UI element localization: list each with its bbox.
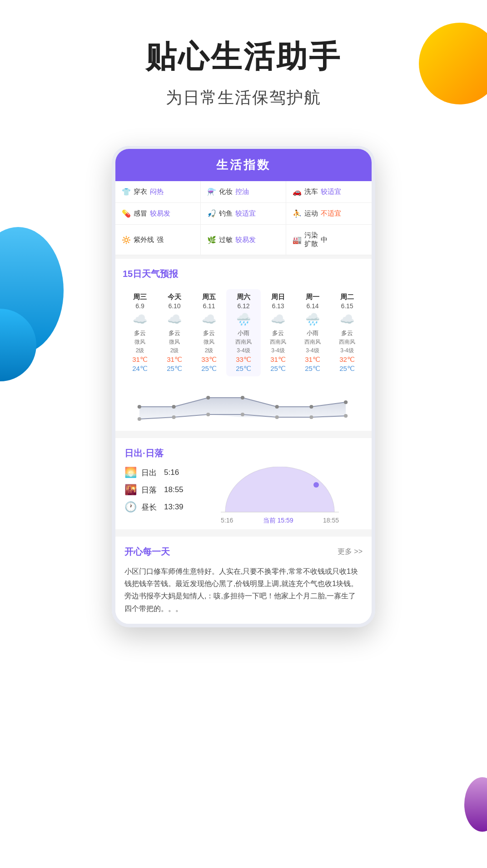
sunrise-time: 5:16	[164, 468, 179, 477]
index-item-sport: ⛹️ 运动 不适宜	[286, 203, 372, 225]
day3-high: 33℃	[201, 355, 217, 364]
allergy-content: 过敏 较易发	[219, 236, 256, 244]
uv-value: 强	[157, 236, 164, 244]
happy-section: 开心每一天 更多 >> 小区门口修车师傅生意特好。人实在,只要不换零件,常常不收…	[115, 533, 372, 624]
day1-name: 周三	[133, 293, 147, 301]
day4-level: 3-4级	[237, 347, 250, 355]
uv-icon: 🔆	[122, 236, 131, 244]
forecast-day-3: 周五 6.11 ☁️ 多云 微风 2级 33℃ 25℃	[192, 289, 226, 376]
clothing-icon: 👕	[122, 187, 131, 196]
happy-header: 开心每一天 更多 >>	[124, 546, 363, 558]
phone-mockup: 生活指数 👕 穿衣 闷热 ⚗️ 化妆	[112, 145, 375, 627]
allergy-value: 较易发	[235, 236, 256, 244]
makeup-label: 化妆	[219, 187, 233, 196]
day6-name: 周一	[306, 293, 319, 301]
day3-date: 6.11	[203, 302, 215, 310]
day1-level: 2级	[136, 347, 144, 355]
uv-content: 紫外线 强	[134, 236, 164, 244]
day2-low: 25℃	[167, 365, 182, 373]
day6-low: 25℃	[305, 365, 320, 373]
day7-name: 周二	[340, 293, 354, 301]
index-item-uv: 🔆 紫外线 强	[115, 225, 201, 255]
clothing-label: 穿衣	[134, 187, 147, 196]
day1-wind: 微风	[134, 338, 145, 346]
clothing-value: 闷热	[150, 187, 164, 196]
fishing-content: 钓鱼 较适宜	[219, 209, 256, 218]
fishing-icon: 🎣	[207, 209, 216, 218]
forecast-day-6: 周一 6.14 🌧️ 小雨 西南风 3-4级 31℃ 25℃	[295, 289, 330, 376]
day4-weather: 小雨	[238, 329, 249, 337]
more-link[interactable]: 更多 >>	[338, 547, 363, 557]
sun-section-title: 日出·日落	[124, 447, 363, 459]
sunrise-icon: 🌅	[124, 467, 137, 478]
day3-weather: 多云	[203, 329, 215, 337]
day4-high: 33℃	[236, 355, 251, 364]
day6-level: 3-4级	[306, 347, 319, 355]
sport-value: 不适宜	[321, 209, 341, 218]
sun-current-pos	[313, 482, 319, 488]
day3-name: 周五	[202, 293, 216, 301]
sun-content: 🌅 日出 5:16 🌇 日落 18:55 🕐 昼长 13:39	[124, 467, 363, 525]
dot-1-low	[138, 417, 141, 421]
day7-weather: 多云	[341, 329, 353, 337]
sunset-label: 日落	[141, 485, 157, 495]
carwash-content: 洗车 较适宜	[304, 187, 341, 196]
temp-chart-svg	[123, 382, 364, 423]
forecast-section: 15日天气预报 周三 6.9 ☁️ 多云 微风 2级 31℃ 24℃	[115, 259, 372, 431]
day2-wind: 微风	[169, 338, 180, 346]
dot-6-low	[309, 415, 313, 419]
sun-time-labels: 5:16 当前 15:59 18:55	[216, 517, 343, 525]
day5-level: 3-4级	[271, 347, 284, 355]
sunset-time: 18:55	[164, 485, 184, 494]
index-item-fishing: 🎣 钓鱼 较适宜	[201, 203, 286, 225]
day6-wind: 西南风	[304, 338, 321, 346]
forecast-day-7: 周二 6.15 ☁️ 多云 西南风 3-4级 32℃ 25℃	[330, 289, 364, 376]
index-item-clothing: 👕 穿衣 闷热	[115, 181, 201, 203]
divider-2	[115, 431, 372, 434]
allergy-label: 过敏	[219, 236, 233, 244]
chart-current-time: 当前 15:59	[263, 517, 293, 525]
hero-subtitle: 为日常生活保驾护航	[27, 87, 460, 109]
arc-fill	[225, 467, 334, 512]
sunset-row: 🌇 日落 18:55	[124, 484, 188, 496]
temp-chart	[123, 378, 364, 426]
decoration-purple-circle	[464, 777, 487, 832]
index-row-3: 🔆 紫外线 强 🌿 过敏 较易发 🏭	[115, 225, 372, 255]
day1-date: 6.9	[135, 302, 144, 310]
divider-1	[115, 255, 372, 259]
day5-wind: 西南风	[270, 338, 286, 346]
forecast-day-1: 周三 6.9 ☁️ 多云 微风 2级 31℃ 24℃	[123, 289, 157, 376]
fishing-label: 钓鱼	[219, 209, 233, 218]
day1-weather: 多云	[134, 329, 146, 337]
day7-high: 32℃	[339, 355, 355, 364]
index-row-1: 👕 穿衣 闷热 ⚗️ 化妆 控油 🚗	[115, 181, 372, 203]
duration-label: 昼长	[141, 502, 157, 513]
phone-inner-content: 生活指数 👕 穿衣 闷热 ⚗️ 化妆	[115, 149, 372, 624]
day3-level: 2级	[205, 347, 214, 355]
day3-wind: 微风	[204, 338, 214, 346]
duration-time: 13:39	[164, 503, 184, 512]
dot-7-low	[344, 414, 348, 418]
day7-low: 25℃	[339, 365, 355, 373]
carwash-value: 较适宜	[321, 187, 341, 196]
sun-info-left: 🌅 日出 5:16 🌇 日落 18:55 🕐 昼长 13:39	[124, 467, 188, 513]
sunrise-row: 🌅 日出 5:16	[124, 467, 188, 478]
day2-icon: ☁️	[167, 312, 182, 326]
sun-arc-chart: 5:16 当前 15:59 18:55	[197, 467, 363, 525]
sport-content: 运动 不适宜	[304, 209, 341, 218]
cold-content: 感冒 较易发	[134, 209, 170, 218]
makeup-icon: ⚗️	[207, 187, 216, 196]
day5-high: 31℃	[270, 355, 286, 364]
phone-outer-frame: 生活指数 👕 穿衣 闷热 ⚗️ 化妆	[112, 145, 375, 627]
pollution-label: 污染扩散	[304, 231, 318, 248]
dot-4-high	[241, 396, 244, 399]
dot-2-low	[172, 415, 175, 419]
happy-title: 开心每一天	[124, 546, 170, 558]
dot-7-high	[344, 400, 348, 404]
clothing-content: 穿衣 闷热	[134, 187, 164, 196]
day4-name: 周六	[237, 293, 250, 301]
day6-high: 31℃	[305, 355, 320, 364]
dot-2-high	[172, 405, 175, 409]
day5-icon: ☁️	[271, 312, 285, 326]
day4-wind: 西南风	[235, 338, 252, 346]
